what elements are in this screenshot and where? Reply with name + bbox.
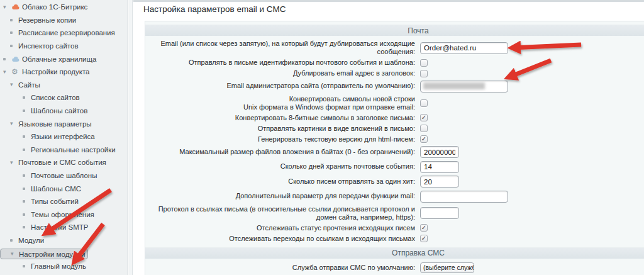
- field-label: Email администратора сайта (отправитель …: [145, 82, 419, 90]
- text-input[interactable]: [420, 191, 508, 203]
- text-input[interactable]: [420, 207, 459, 219]
- sidebar-item-label: Сайты: [18, 81, 40, 89]
- form-row: Отправлять картинки в виде вложений в пи…: [145, 123, 644, 134]
- form-row: Протокол в ссылках письма (в относительн…: [145, 204, 644, 223]
- sidebar-item-label: Языки интерфейса: [31, 133, 95, 140]
- sidebar-item-label: Шаблоны СМС: [31, 185, 81, 193]
- bullet-icon: [10, 31, 18, 34]
- bullet-icon: [23, 226, 31, 228]
- sidebar-item[interactable]: Облачные хранилища: [0, 52, 128, 65]
- sidebar-item[interactable]: Главный модуль: [0, 259, 128, 272]
- field-label: Генерировать текстовую версию для html-п…: [145, 135, 419, 143]
- field-label: Дублировать email адрес в заголовок:: [145, 69, 419, 77]
- sidebar-item[interactable]: ▾Сайты: [0, 79, 128, 92]
- sidebar-item[interactable]: Расписание резервирования: [0, 26, 128, 40]
- chevron-down-icon: ▾: [10, 82, 18, 87]
- bullet-icon: [23, 200, 31, 203]
- sidebar-item[interactable]: Модули: [0, 234, 128, 247]
- form-row: Генерировать текстовую версию для html-п…: [145, 134, 644, 145]
- cloud-blue-icon: [11, 56, 21, 62]
- bullet-icon: [23, 188, 31, 190]
- sidebar-item[interactable]: ▾⚙Настройки продукта: [0, 65, 128, 79]
- bullet-icon: [23, 174, 31, 177]
- form-section-header: Почта: [145, 25, 644, 36]
- form-row: Дублировать email адрес в заголовок:: [145, 68, 644, 79]
- checkbox[interactable]: [420, 59, 428, 67]
- sidebar-tree: ▾Облако 1С-БитриксРезервные копииРасписа…: [0, 1, 128, 272]
- sidebar-item[interactable]: Шаблоны СМС: [0, 182, 128, 195]
- checkbox[interactable]: [420, 235, 428, 242]
- form-row: Сколько писем отправлять за один хит:: [145, 174, 644, 189]
- chevron-down-icon: ▾: [11, 251, 19, 257]
- checkbox[interactable]: [420, 125, 428, 132]
- checkbox[interactable]: [420, 114, 428, 121]
- sidebar-item[interactable]: Языки интерфейса: [0, 130, 128, 143]
- sidebar-item-label: Список сайтов: [31, 94, 80, 101]
- sidebar-item-label: Главный модуль: [31, 262, 86, 270]
- text-input[interactable]: [420, 161, 459, 173]
- field-label: Максимальный размер файлов вложения в ба…: [145, 148, 419, 156]
- bullet-icon: [10, 45, 18, 47]
- bullet-icon: [23, 213, 31, 216]
- settings-form: ПочтаEmail (или список через запятую), н…: [145, 21, 644, 275]
- sidebar-item-label: Региональные настройки: [31, 146, 116, 154]
- sidebar-gutter: [129, 0, 133, 275]
- form-row: Сколько дней хранить почтовые события:: [145, 159, 644, 174]
- sidebar-item[interactable]: Региональные настройки: [0, 143, 128, 157]
- text-input[interactable]: [420, 176, 459, 188]
- sidebar: ▾Облако 1С-БитриксРезервные копииРасписа…: [0, 0, 128, 275]
- sidebar-item[interactable]: Типы событий: [0, 195, 128, 208]
- checkbox[interactable]: [420, 224, 428, 232]
- field-label: Конвертировать символы новой строкиUnix …: [145, 95, 419, 111]
- sidebar-item[interactable]: Настройки SMTP: [0, 221, 128, 234]
- bullet-icon: [23, 265, 31, 267]
- sidebar-item-label: Расписание резервирования: [18, 29, 115, 36]
- chevron-down-icon: ▾: [10, 160, 18, 166]
- sidebar-item[interactable]: Инспектор сайтов: [0, 40, 128, 53]
- checkbox[interactable]: [420, 70, 428, 77]
- text-input[interactable]: [420, 42, 508, 54]
- sidebar-item[interactable]: ▾Облако 1С-Битрикс: [0, 1, 128, 14]
- bullet-icon: [3, 58, 11, 60]
- select-dropdown[interactable]: (выберите службу): [420, 262, 474, 273]
- field-label: Отправлять в письме идентификаторы почто…: [145, 59, 419, 67]
- text-input[interactable]: [420, 81, 508, 93]
- sidebar-item-label: Почтовые шаблоны: [31, 172, 97, 179]
- sidebar-item-label: Темы оформления: [31, 211, 94, 218]
- form-row: Служба отправки СМС по умолчанию:(выбери…: [145, 261, 644, 274]
- sidebar-item[interactable]: ▾Языковые параметры: [0, 117, 128, 130]
- sidebar-item[interactable]: Список сайтов: [0, 91, 128, 104]
- field-label: Сколько дней хранить почтовые события:: [145, 162, 419, 171]
- sidebar-item-label: Облако 1С-Битрикс: [22, 3, 87, 11]
- form-row: Конвертировать символы новой строкиUnix …: [145, 94, 644, 113]
- sidebar-item-label: Шаблоны сайтов: [31, 107, 87, 115]
- field-label: Служба отправки СМС по умолчанию:: [145, 264, 419, 272]
- bullet-icon: [23, 109, 31, 112]
- sidebar-item-label: Резервные копии: [18, 16, 76, 24]
- bullet-icon: [23, 135, 31, 138]
- sidebar-item-label: Облачные хранилища: [22, 55, 96, 63]
- sidebar-item-label: Инспектор сайтов: [18, 42, 79, 50]
- chevron-down-icon: ▾: [10, 121, 18, 126]
- sidebar-item[interactable]: ▾Почтовые и СМС события: [0, 156, 128, 169]
- sidebar-item[interactable]: Резервные копии: [0, 14, 128, 27]
- sidebar-item-label: Почтовые и СМС события: [18, 159, 106, 166]
- sidebar-item[interactable]: Шаблоны сайтов: [0, 104, 128, 118]
- form-row: Максимальный размер файлов вложения в ба…: [145, 145, 644, 160]
- field-label: Сколько писем отправлять за один хит:: [145, 177, 419, 186]
- sidebar-item[interactable]: Темы оформления: [0, 208, 128, 222]
- bullet-icon: [10, 19, 18, 21]
- text-input[interactable]: [420, 146, 459, 158]
- field-label: Email (или список через запятую), на кот…: [145, 40, 419, 56]
- content-top-border: [133, 0, 644, 2]
- checkbox[interactable]: [420, 135, 428, 143]
- checkbox[interactable]: [420, 99, 428, 107]
- sidebar-item-label: Модули: [18, 237, 44, 244]
- field-label: Отправлять картинки в виде вложений в пи…: [145, 125, 419, 133]
- sidebar-item[interactable]: Почтовые шаблоны: [0, 169, 128, 182]
- sidebar-item[interactable]: ▾Настройки модулей: [0, 249, 88, 259]
- form-row: Отслеживать статус прочтения исходящих п…: [145, 223, 644, 233]
- sidebar-item-label: Типы событий: [31, 198, 79, 205]
- bullet-icon: [23, 96, 31, 99]
- field-label: Протокол в ссылках письма (в относительн…: [145, 205, 419, 222]
